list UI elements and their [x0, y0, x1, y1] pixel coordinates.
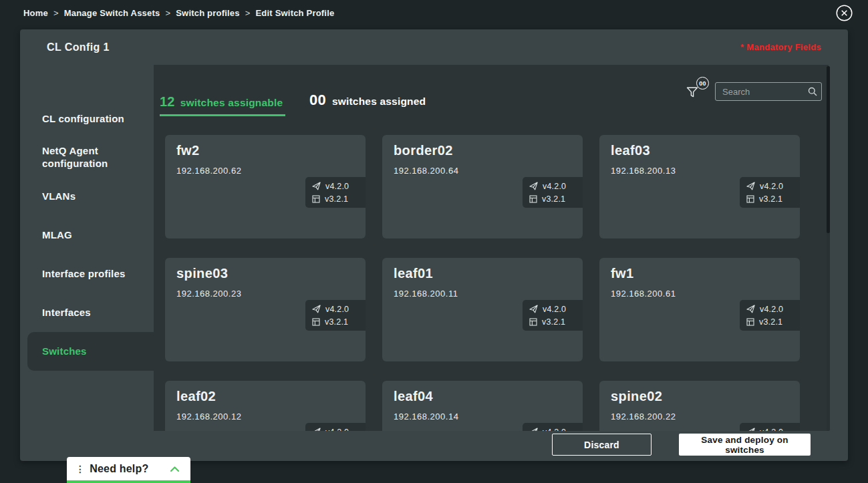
sidebar-item-mlag[interactable]: MLAG [20, 216, 154, 255]
netq-version: v3.2.1 [759, 194, 782, 204]
tab-switches-assigned[interactable]: 00 switches assigned [309, 92, 426, 109]
netq-version: v3.2.1 [542, 317, 565, 327]
sidebar-item-netq-agent-configuration[interactable]: NetQ Agent configuration [20, 138, 154, 177]
cl-version-icon [312, 305, 321, 313]
cl-version-icon [746, 182, 755, 190]
sidebar-item-interfaces[interactable]: Interfaces [20, 293, 154, 332]
cl-version: v4.2.0 [543, 305, 566, 314]
switch-card[interactable]: fw1192.168.200.61v4.2.0v3.2.1 [599, 258, 800, 361]
breadcrumb-item[interactable]: Home [23, 8, 48, 18]
version-badge: v4.2.0v3.2.1 [740, 177, 800, 208]
filter-icon [686, 87, 698, 101]
switch-name: leaf01 [394, 266, 433, 281]
switch-card[interactable]: leaf02192.168.200.12v4.2.0v3.2.1 [165, 381, 366, 431]
switch-name: fw2 [176, 143, 200, 158]
scrollbar-thumb[interactable] [827, 66, 830, 233]
tab-switches-assignable[interactable]: 12 switches assignable [160, 94, 285, 116]
cl-version-icon [529, 305, 538, 313]
sidebar: CL configurationNetQ Agent configuration… [20, 65, 154, 431]
switch-ip: 192.168.200.12 [176, 412, 241, 422]
switch-card[interactable]: border02192.168.200.64v4.2.0v3.2.1 [382, 135, 583, 238]
breadcrumb-item[interactable]: Manage Switch Assets [64, 8, 160, 18]
page-title: CL Config 1 [47, 41, 110, 53]
cl-version-icon [746, 428, 755, 431]
cl-version: v4.2.0 [325, 305, 349, 314]
breadcrumb: Home>Manage Switch Assets>Switch profile… [23, 8, 334, 18]
switch-card[interactable]: spine03192.168.200.23v4.2.0v3.2.1 [165, 258, 366, 361]
save-deploy-button[interactable]: Save and deploy on switches [679, 434, 811, 456]
cl-version-icon [312, 428, 321, 431]
netq-version-icon [529, 195, 537, 203]
switch-name: leaf04 [394, 389, 433, 404]
switch-ip: 192.168.200.11 [394, 289, 458, 299]
content-area: 12 switches assignable 00 switches assig… [154, 65, 829, 431]
assignable-count: 12 [160, 94, 175, 110]
netq-version: v3.2.1 [759, 317, 782, 327]
cl-version-icon [312, 182, 321, 190]
filter-button[interactable]: 00 [685, 77, 709, 102]
version-badge: v4.2.0v3.2.1 [523, 177, 583, 208]
cl-version: v4.2.0 [325, 428, 349, 432]
sidebar-item-vlans[interactable]: VLANs [20, 177, 154, 216]
sidebar-item-label: CL configuration [42, 113, 124, 126]
close-button[interactable] [835, 4, 853, 21]
sidebar-item-label: Interfaces [42, 307, 91, 319]
breadcrumb-bar: Home>Manage Switch Assets>Switch profile… [0, 0, 868, 25]
breadcrumb-separator: > [245, 8, 251, 18]
kebab-icon: ⋮ [76, 464, 85, 474]
breadcrumb-separator: > [165, 8, 170, 18]
sidebar-item-label: Switches [42, 345, 87, 358]
switch-card[interactable]: leaf03192.168.200.13v4.2.0v3.2.1 [599, 135, 800, 238]
switch-card[interactable]: fw2192.168.200.62v4.2.0v3.2.1 [165, 135, 366, 238]
version-badge: v4.2.0v3.2.1 [740, 423, 800, 431]
switch-name: fw1 [611, 266, 634, 281]
cl-version: v4.2.0 [760, 305, 783, 314]
assigned-label: switches assigned [332, 96, 426, 108]
breadcrumb-item[interactable]: Switch profiles [176, 8, 239, 18]
sidebar-item-label: NetQ Agent configuration [42, 145, 142, 170]
cl-version-icon [529, 182, 538, 190]
switch-name: spine03 [176, 266, 228, 281]
netq-version-icon [746, 195, 754, 203]
search-box [715, 82, 822, 101]
version-badge: v4.2.0v3.2.1 [305, 300, 366, 331]
assigned-count: 00 [309, 92, 326, 109]
switch-name: leaf02 [176, 389, 216, 404]
breadcrumb-separator: > [53, 8, 59, 18]
chevron-up-icon [170, 466, 180, 472]
mandatory-fields-note: * Mandatory Fields [740, 42, 821, 52]
assignable-label: switches assignable [180, 97, 283, 109]
cl-version: v4.2.0 [543, 182, 566, 191]
switch-card[interactable]: leaf04192.168.200.14v4.2.0v3.2.1 [382, 381, 583, 431]
sidebar-item-cl-configuration[interactable]: CL configuration [20, 100, 154, 138]
switch-ip: 192.168.200.64 [394, 166, 458, 176]
sidebar-item-label: VLANs [42, 190, 76, 203]
netq-version: v3.2.1 [325, 194, 348, 204]
netq-version: v3.2.1 [542, 194, 565, 204]
switch-ip: 192.168.200.14 [394, 412, 458, 422]
switch-ip: 192.168.200.22 [611, 412, 676, 422]
switch-card-grid: fw2192.168.200.62v4.2.0v3.2.1border02192… [165, 135, 817, 431]
cl-version: v4.2.0 [543, 428, 566, 432]
switch-ip: 192.168.200.23 [176, 289, 241, 299]
switch-ip: 192.168.200.62 [176, 166, 241, 176]
switch-ip: 192.168.200.13 [611, 166, 676, 176]
cl-version: v4.2.0 [760, 428, 783, 432]
need-help-button[interactable]: ⋮ Need help? [67, 457, 190, 483]
netq-version-icon [746, 318, 754, 326]
search-input[interactable] [715, 82, 822, 101]
need-help-label: Need help? [90, 463, 148, 475]
sidebar-item-label: MLAG [42, 229, 72, 242]
switch-card[interactable]: leaf01192.168.200.11v4.2.0v3.2.1 [382, 258, 583, 361]
version-badge: v4.2.0v3.2.1 [740, 300, 800, 331]
discard-button[interactable]: Discard [552, 434, 652, 456]
netq-version: v3.2.1 [325, 317, 348, 327]
version-badge: v4.2.0v3.2.1 [523, 423, 583, 431]
sidebar-item-interface-profiles[interactable]: Interface profiles [20, 255, 154, 293]
switch-card[interactable]: spine02192.168.200.22v4.2.0v3.2.1 [599, 381, 800, 431]
cl-version: v4.2.0 [760, 182, 783, 191]
content-scrollbar[interactable] [827, 66, 830, 431]
breadcrumb-item[interactable]: Edit Switch Profile [255, 8, 334, 18]
netq-version-icon [529, 318, 537, 326]
sidebar-item-switches[interactable]: Switches [27, 332, 154, 371]
